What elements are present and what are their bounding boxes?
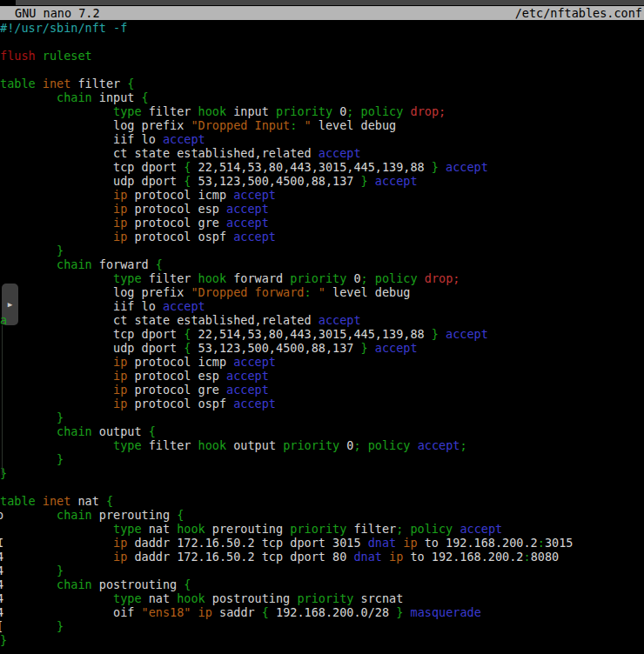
code-token: ip [389,550,403,564]
code-line: ip protocol ospf accept [0,230,644,244]
code-token [0,90,57,104]
expand-arrow-icon: ▶ [8,301,12,309]
code-token: filter [142,104,198,118]
code-line: chain forward { [0,257,644,271]
nano-version-title: GNU nano 7.2 [0,6,100,20]
code-line: ip daddr 172.16.50.2 tcp dport 3015 dnat… [0,536,644,550]
code-token: "Dropped forward [191,285,304,299]
code-token: protocol icmp [127,355,233,369]
code-line [0,63,644,77]
code-token: input [92,90,142,104]
code-line [0,35,644,49]
code-token [418,271,425,285]
code-line: ip protocol esp accept [0,369,644,383]
clipped-glyph: 4 [0,550,3,564]
code-token: { [106,494,113,508]
code-token [0,508,57,522]
code-token: prerouting [92,508,178,522]
code-token: ip [113,369,127,383]
code-token: hook [198,438,227,452]
code-token [0,216,113,230]
code-line: ip protocol icmp accept [0,355,644,369]
code-line: udp dport { 53,123,500,4500,88,137 } acc… [0,341,644,355]
code-token: inet [43,77,71,90]
code-token [0,550,113,564]
code-token: filter [346,522,396,536]
code-line: ip protocol gre accept [0,216,644,230]
code-token [36,49,43,63]
code-line: } [0,466,644,480]
code-token: daddr 172.16.50.2 tcp dport 3015 [127,536,367,550]
code-token [403,605,410,619]
code-token: 8080 [531,550,560,564]
clipped-glyph: [ [0,619,3,633]
code-line: flush ruleset [0,49,644,63]
code-token: chain [57,508,92,522]
code-line: type filter hook input priority 0; polic… [0,104,644,118]
code-token: accept [460,522,502,536]
code-token: "ens18" [142,605,191,619]
code-token: nat [142,522,178,536]
code-token [0,452,57,466]
window-top-strip [0,0,644,5]
code-line: chain prerouting { [0,508,644,522]
code-line: #!/usr/sbin/nft -f [0,21,644,35]
code-token: ip [113,550,127,564]
code-line: tcp dport { 22,514,53,80,443,3015,445,13… [0,160,644,174]
code-token: accept [226,383,269,397]
code-token [0,619,57,633]
code-token [411,438,418,452]
code-token: } [0,633,7,647]
code-token: tcp dport [0,160,184,174]
code-token: 53,123,500,4500,88,137 [191,341,360,355]
editor-area[interactable]: #!/usr/sbin/nft -fflush rulesettable ine… [0,21,644,647]
code-token [0,244,57,257]
code-token: input [226,104,276,118]
code-token: level debug [325,285,411,299]
code-token: dnat [368,536,397,550]
code-token: ip [113,216,127,230]
code-token: protocol icmp [127,188,233,202]
code-line: ip protocol esp accept [0,202,644,216]
code-line: log prefix "Dropped Input: " level debug [0,118,644,132]
code-token: hook [177,591,205,605]
code-token: accept [163,299,205,313]
code-token: { [177,508,184,522]
code-token: protocol ospf [127,230,233,244]
code-token: forward [92,257,156,271]
code-token: } [57,564,64,577]
code-token: drop; [425,271,460,285]
code-token: #!/usr/sbin/nft -f [0,21,127,35]
code-token [368,341,375,355]
code-token: type [113,591,142,605]
code-token [403,104,410,118]
clipped-glyph: 4 [0,577,3,591]
code-token [368,174,375,188]
code-token: nat [142,591,178,605]
code-line: } [0,619,644,633]
code-token: ip [113,230,127,244]
code-token: masquerade [411,605,481,619]
code-token: } [432,327,439,341]
code-line: ct state established,related accept [0,313,644,327]
code-token: policy [361,104,404,118]
code-token: postrouting [92,577,184,591]
code-token: filter [142,271,198,285]
code-token: accept [446,327,488,341]
code-line: oif "ens18" ip saddr { 192.168.200.0/28 … [0,605,644,619]
code-token: protocol ospf [127,397,233,410]
clipped-glyph: 4 [0,605,3,619]
code-token: saddr [212,605,262,619]
code-token: 0 [332,104,346,118]
code-token [0,536,113,550]
code-token: log prefix [0,118,191,132]
code-token: filter [142,438,198,452]
code-token: protocol esp [127,202,226,216]
code-token: ruleset [43,49,92,63]
code-token: oif [0,605,142,619]
code-line: table inet nat { [0,494,644,508]
code-token [0,397,113,410]
code-token: srcnat [353,591,403,605]
code-token: priority [297,591,353,605]
code-token: } [432,160,439,174]
